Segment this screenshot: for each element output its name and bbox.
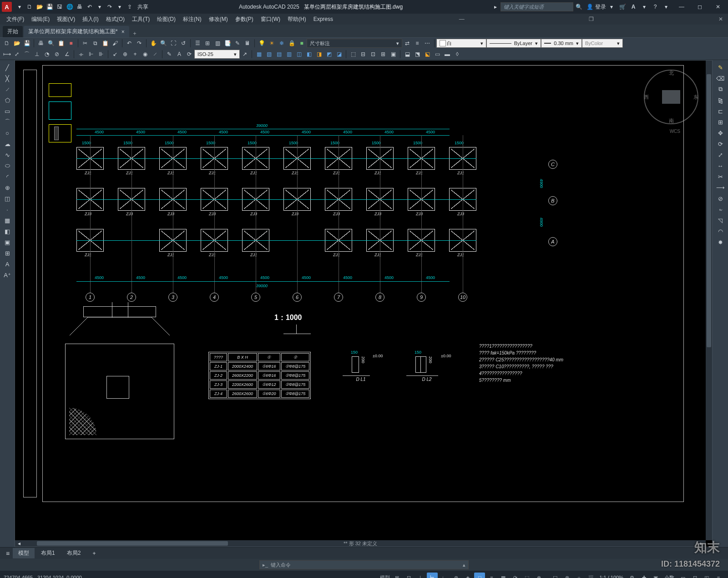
table-icon[interactable]: ⊞ [2, 248, 13, 258]
tb-p-icon[interactable]: ⬔ [413, 50, 421, 58]
dy-icon[interactable]: ⊕ [533, 573, 544, 578]
copy-icon[interactable]: ⧉ [91, 39, 99, 47]
circle-icon[interactable]: ○ [2, 128, 13, 138]
anno-scale[interactable]: 1:1 / 100% [599, 575, 623, 578]
trim-icon[interactable]: ✂ [715, 172, 726, 182]
login-label[interactable]: 登录 [595, 3, 606, 11]
menu-draw[interactable]: 绘图(D) [153, 14, 179, 25]
xline-icon[interactable]: ╳ [2, 73, 13, 83]
close-icon[interactable]: × [121, 29, 125, 35]
tb-q-icon[interactable]: ⬕ [423, 50, 431, 58]
window-minimize[interactable]: — [673, 1, 690, 12]
model-toggle[interactable]: 模型 [379, 573, 390, 578]
cart-icon[interactable]: 🛒 [618, 2, 627, 11]
menu-window[interactable]: 窗口(W) [257, 14, 284, 25]
tb-i-icon[interactable]: ◪ [335, 50, 343, 58]
sb-h-icon[interactable]: ⊡ [689, 573, 700, 578]
tb-n-icon[interactable]: ▣ [389, 50, 397, 58]
search-input[interactable]: 键入关键字或短语 [500, 2, 573, 11]
redo-icon[interactable]: ↷ [135, 39, 143, 47]
fillet-icon[interactable]: ◠ [715, 226, 726, 236]
chevron-down-icon[interactable]: ▾ [640, 2, 649, 11]
block-icon[interactable]: ◫ [2, 193, 13, 203]
tb-j-icon[interactable]: ⬚ [349, 50, 357, 58]
trn-icon[interactable]: ▦ [498, 573, 509, 578]
search-play-icon[interactable]: ▸ [491, 3, 500, 11]
pan-icon[interactable]: ✋ [149, 39, 157, 47]
move-icon[interactable]: ✥ [715, 128, 726, 138]
dim-base-icon[interactable]: ⊩ [87, 50, 95, 58]
layer-prev-icon[interactable]: ⇄ [403, 39, 411, 47]
dim-dia-icon[interactable]: ⊘ [53, 50, 61, 58]
tp-icon[interactable]: ▥ [213, 39, 222, 47]
dim-edit-icon[interactable]: ✎ [165, 50, 173, 58]
share-icon[interactable]: ⇪ [126, 3, 134, 11]
layer-more-icon[interactable]: ⋯ [423, 39, 431, 47]
color-combo[interactable]: ByColor▾ [582, 39, 623, 48]
region-icon[interactable]: ▣ [2, 237, 13, 247]
qat-open-icon[interactable]: 📂 [35, 3, 44, 11]
undo-icon[interactable]: ↶ [125, 39, 133, 47]
markup-icon[interactable]: ✎ [233, 39, 242, 47]
vscrollbar[interactable] [706, 61, 712, 540]
tb-d-icon[interactable]: ▥ [285, 50, 293, 58]
stretch-icon[interactable]: ↔ [715, 161, 726, 171]
menu-edit[interactable]: 编辑(E) [28, 14, 53, 25]
hscrollbar[interactable]: ◂ ** 形 32 未定义 ▸ [15, 540, 706, 547]
line-icon[interactable]: ╱ [2, 62, 13, 72]
plot-icon[interactable]: 🖶 [37, 39, 45, 47]
layer-swatch-icon[interactable]: ■ [298, 39, 306, 47]
insert-icon[interactable]: ⊕ [2, 183, 13, 193]
dimstyle-mgr-icon[interactable]: ↗ [241, 50, 249, 58]
center-icon[interactable]: + [131, 50, 139, 58]
dim-quick-icon[interactable]: ⟛ [77, 50, 85, 58]
qat-undo-icon[interactable]: ↶ [86, 3, 94, 11]
grid-icon[interactable]: ⊞ [391, 573, 402, 578]
dim-arc-icon[interactable]: ⌒ [23, 50, 31, 58]
leader-icon[interactable]: ↙ [111, 50, 119, 58]
dim-linear-icon[interactable]: ⟼ [3, 50, 11, 58]
share-label[interactable]: 共享 [137, 3, 148, 11]
window-maximize[interactable]: ◻ [692, 1, 708, 12]
mirror-icon[interactable]: ⧎ [715, 95, 726, 105]
tb-o-icon[interactable]: ⬓ [403, 50, 411, 58]
dim-ord-icon[interactable]: ⊥ [33, 50, 41, 58]
polar-icon[interactable]: ⊛ [450, 573, 461, 578]
tab-model[interactable]: 模型 [13, 548, 35, 558]
sb-g-icon[interactable]: ▭ [677, 573, 688, 578]
gear-icon[interactable]: ⚙ [627, 573, 637, 578]
infer-icon[interactable]: ⊥ [415, 573, 426, 578]
scale-icon[interactable]: ⤢ [715, 150, 726, 160]
ellipse-icon[interactable]: ⬭ [2, 161, 13, 171]
qcalc-icon[interactable]: 🖩 [243, 39, 252, 47]
lineweight-combo[interactable]: 0.30 mm▾ [541, 39, 582, 48]
spline-icon[interactable]: ∿ [2, 150, 13, 160]
extend-icon[interactable]: ⟶ [715, 183, 726, 193]
layer-sun-icon[interactable]: ☀ [268, 39, 276, 47]
tab-start[interactable]: 开始 [3, 26, 23, 37]
tb-e-icon[interactable]: ◫ [295, 50, 303, 58]
sb-d-icon[interactable]: ⛆ [585, 573, 596, 578]
drawing-canvas[interactable]: 北 东 南 西 WCS 39000 ZJ11500ZJ11500ZJ11500Z… [15, 60, 713, 547]
addsel-icon[interactable]: A⁺ [2, 270, 13, 280]
offset-icon[interactable]: ⊏ [715, 106, 726, 116]
tb-g-icon[interactable]: ◨ [315, 50, 323, 58]
tb-t-icon[interactable]: ◊ [453, 50, 461, 58]
iso-icon[interactable]: ◈ [462, 573, 473, 578]
dim-aligned-icon[interactable]: ⤢ [13, 50, 21, 58]
copy-icon[interactable]: ⧉ [715, 84, 726, 94]
revcloud-icon[interactable]: ☁ [2, 139, 13, 149]
polygon-icon[interactable]: ⬠ [2, 95, 13, 105]
help-icon[interactable]: ? [651, 2, 660, 11]
app-logo[interactable]: A [2, 2, 12, 12]
sb-f-icon[interactable]: ▣ [650, 573, 661, 578]
tb-l-icon[interactable]: ⊡ [369, 50, 377, 58]
layer-icon[interactable]: 💡 [258, 39, 266, 47]
menu-help[interactable]: 帮助(H) [284, 14, 310, 25]
3d-icon[interactable]: ⬚ [521, 573, 532, 578]
menu-format[interactable]: 格式(O) [102, 14, 128, 25]
tb-a-icon[interactable]: ▦ [255, 50, 263, 58]
tab-layout1[interactable]: 布局1 [35, 548, 61, 558]
sb-menu-icon[interactable]: ≡ [713, 573, 724, 578]
props-icon[interactable]: ☰ [193, 39, 202, 47]
